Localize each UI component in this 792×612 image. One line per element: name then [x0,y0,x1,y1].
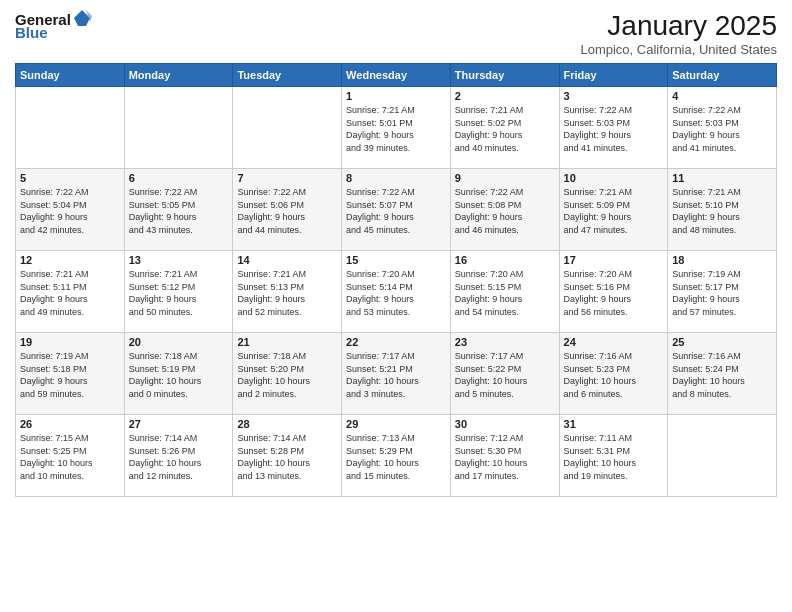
calendar-week-row: 26Sunrise: 7:15 AM Sunset: 5:25 PM Dayli… [16,415,777,497]
day-info: Sunrise: 7:22 AM Sunset: 5:06 PM Dayligh… [237,186,337,236]
day-number: 5 [20,172,120,184]
day-info: Sunrise: 7:13 AM Sunset: 5:29 PM Dayligh… [346,432,446,482]
table-row: 30Sunrise: 7:12 AM Sunset: 5:30 PM Dayli… [450,415,559,497]
day-number: 6 [129,172,229,184]
table-row: 13Sunrise: 7:21 AM Sunset: 5:12 PM Dayli… [124,251,233,333]
table-row: 4Sunrise: 7:22 AM Sunset: 5:03 PM Daylig… [668,87,777,169]
day-number: 12 [20,254,120,266]
day-info: Sunrise: 7:12 AM Sunset: 5:30 PM Dayligh… [455,432,555,482]
day-info: Sunrise: 7:17 AM Sunset: 5:22 PM Dayligh… [455,350,555,400]
day-info: Sunrise: 7:21 AM Sunset: 5:13 PM Dayligh… [237,268,337,318]
day-number: 27 [129,418,229,430]
day-info: Sunrise: 7:18 AM Sunset: 5:19 PM Dayligh… [129,350,229,400]
logo-icon [72,8,92,28]
location-title: Lompico, California, United States [580,42,777,57]
day-info: Sunrise: 7:21 AM Sunset: 5:11 PM Dayligh… [20,268,120,318]
table-row: 3Sunrise: 7:22 AM Sunset: 5:03 PM Daylig… [559,87,668,169]
table-row: 1Sunrise: 7:21 AM Sunset: 5:01 PM Daylig… [342,87,451,169]
day-info: Sunrise: 7:16 AM Sunset: 5:24 PM Dayligh… [672,350,772,400]
day-info: Sunrise: 7:15 AM Sunset: 5:25 PM Dayligh… [20,432,120,482]
table-row: 23Sunrise: 7:17 AM Sunset: 5:22 PM Dayli… [450,333,559,415]
day-number: 7 [237,172,337,184]
table-row: 21Sunrise: 7:18 AM Sunset: 5:20 PM Dayli… [233,333,342,415]
day-info: Sunrise: 7:22 AM Sunset: 5:08 PM Dayligh… [455,186,555,236]
day-number: 4 [672,90,772,102]
col-wednesday: Wednesday [342,64,451,87]
table-row [124,87,233,169]
day-number: 20 [129,336,229,348]
calendar-week-row: 5Sunrise: 7:22 AM Sunset: 5:04 PM Daylig… [16,169,777,251]
day-number: 3 [564,90,664,102]
day-number: 16 [455,254,555,266]
day-info: Sunrise: 7:14 AM Sunset: 5:28 PM Dayligh… [237,432,337,482]
day-info: Sunrise: 7:22 AM Sunset: 5:03 PM Dayligh… [672,104,772,154]
col-thursday: Thursday [450,64,559,87]
day-number: 25 [672,336,772,348]
day-number: 11 [672,172,772,184]
day-info: Sunrise: 7:22 AM Sunset: 5:03 PM Dayligh… [564,104,664,154]
table-row: 17Sunrise: 7:20 AM Sunset: 5:16 PM Dayli… [559,251,668,333]
day-number: 19 [20,336,120,348]
table-row: 26Sunrise: 7:15 AM Sunset: 5:25 PM Dayli… [16,415,125,497]
day-number: 18 [672,254,772,266]
day-info: Sunrise: 7:20 AM Sunset: 5:14 PM Dayligh… [346,268,446,318]
table-row: 11Sunrise: 7:21 AM Sunset: 5:10 PM Dayli… [668,169,777,251]
day-number: 22 [346,336,446,348]
day-info: Sunrise: 7:16 AM Sunset: 5:23 PM Dayligh… [564,350,664,400]
day-number: 8 [346,172,446,184]
day-number: 10 [564,172,664,184]
page-container: General Blue January 2025 Lompico, Calif… [0,0,792,505]
day-number: 2 [455,90,555,102]
table-row: 24Sunrise: 7:16 AM Sunset: 5:23 PM Dayli… [559,333,668,415]
table-row: 27Sunrise: 7:14 AM Sunset: 5:26 PM Dayli… [124,415,233,497]
day-info: Sunrise: 7:20 AM Sunset: 5:15 PM Dayligh… [455,268,555,318]
day-number: 1 [346,90,446,102]
day-number: 29 [346,418,446,430]
day-info: Sunrise: 7:21 AM Sunset: 5:10 PM Dayligh… [672,186,772,236]
day-info: Sunrise: 7:18 AM Sunset: 5:20 PM Dayligh… [237,350,337,400]
col-sunday: Sunday [16,64,125,87]
table-row: 31Sunrise: 7:11 AM Sunset: 5:31 PM Dayli… [559,415,668,497]
day-number: 13 [129,254,229,266]
table-row [668,415,777,497]
header: General Blue January 2025 Lompico, Calif… [15,10,777,57]
table-row: 29Sunrise: 7:13 AM Sunset: 5:29 PM Dayli… [342,415,451,497]
table-row: 5Sunrise: 7:22 AM Sunset: 5:04 PM Daylig… [16,169,125,251]
table-row [16,87,125,169]
table-row: 15Sunrise: 7:20 AM Sunset: 5:14 PM Dayli… [342,251,451,333]
col-tuesday: Tuesday [233,64,342,87]
day-info: Sunrise: 7:22 AM Sunset: 5:07 PM Dayligh… [346,186,446,236]
table-row: 16Sunrise: 7:20 AM Sunset: 5:15 PM Dayli… [450,251,559,333]
day-number: 24 [564,336,664,348]
logo-blue-text: Blue [15,24,48,41]
col-friday: Friday [559,64,668,87]
table-row: 12Sunrise: 7:21 AM Sunset: 5:11 PM Dayli… [16,251,125,333]
table-row: 22Sunrise: 7:17 AM Sunset: 5:21 PM Dayli… [342,333,451,415]
day-number: 15 [346,254,446,266]
table-row: 9Sunrise: 7:22 AM Sunset: 5:08 PM Daylig… [450,169,559,251]
calendar-week-row: 1Sunrise: 7:21 AM Sunset: 5:01 PM Daylig… [16,87,777,169]
day-info: Sunrise: 7:14 AM Sunset: 5:26 PM Dayligh… [129,432,229,482]
day-info: Sunrise: 7:21 AM Sunset: 5:01 PM Dayligh… [346,104,446,154]
calendar-week-row: 12Sunrise: 7:21 AM Sunset: 5:11 PM Dayli… [16,251,777,333]
day-info: Sunrise: 7:22 AM Sunset: 5:05 PM Dayligh… [129,186,229,236]
day-info: Sunrise: 7:21 AM Sunset: 5:12 PM Dayligh… [129,268,229,318]
day-number: 28 [237,418,337,430]
col-saturday: Saturday [668,64,777,87]
col-monday: Monday [124,64,233,87]
day-number: 14 [237,254,337,266]
day-info: Sunrise: 7:19 AM Sunset: 5:17 PM Dayligh… [672,268,772,318]
day-number: 30 [455,418,555,430]
day-number: 23 [455,336,555,348]
table-row: 28Sunrise: 7:14 AM Sunset: 5:28 PM Dayli… [233,415,342,497]
table-row: 25Sunrise: 7:16 AM Sunset: 5:24 PM Dayli… [668,333,777,415]
day-info: Sunrise: 7:17 AM Sunset: 5:21 PM Dayligh… [346,350,446,400]
table-row: 19Sunrise: 7:19 AM Sunset: 5:18 PM Dayli… [16,333,125,415]
table-row: 6Sunrise: 7:22 AM Sunset: 5:05 PM Daylig… [124,169,233,251]
table-row: 8Sunrise: 7:22 AM Sunset: 5:07 PM Daylig… [342,169,451,251]
table-row: 18Sunrise: 7:19 AM Sunset: 5:17 PM Dayli… [668,251,777,333]
table-row: 2Sunrise: 7:21 AM Sunset: 5:02 PM Daylig… [450,87,559,169]
table-row: 7Sunrise: 7:22 AM Sunset: 5:06 PM Daylig… [233,169,342,251]
day-number: 26 [20,418,120,430]
day-info: Sunrise: 7:22 AM Sunset: 5:04 PM Dayligh… [20,186,120,236]
